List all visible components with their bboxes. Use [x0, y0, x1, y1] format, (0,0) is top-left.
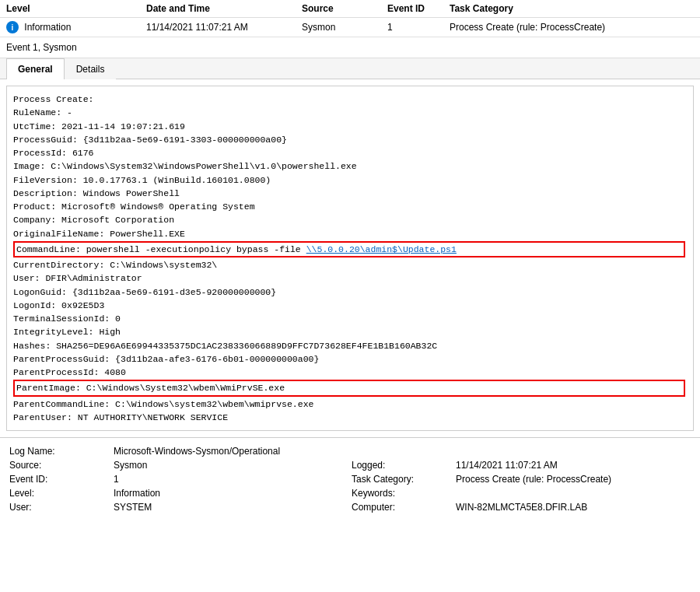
event-title-bar: Event 1, Sysmon — [0, 37, 700, 58]
detail-line: ParentCommandLine: C:\Windows\system32\w… — [13, 398, 687, 411]
detail-line: User: DFIR\Administrator — [13, 271, 687, 285]
detail-line: IntegrityLevel: High — [13, 325, 687, 338]
col-header-taskcategory: Task Category — [450, 3, 694, 14]
event-row[interactable]: i Information 11/14/2021 11:07:21 AM Sys… — [0, 18, 700, 37]
info-icon: i — [6, 21, 19, 33]
logged-label: Logged: — [352, 460, 453, 471]
detail-line: TerminalSessionId: 0 — [13, 312, 687, 325]
keywords-value — [456, 488, 691, 499]
computer-value: WIN-82MLMCTA5E8.DFIR.LAB — [456, 502, 691, 513]
detail-line: ParentUser: NT AUTHORITY\NETWORK SERVICE — [13, 411, 687, 424]
keywords-label: Keywords: — [352, 488, 453, 499]
log-name-label: Log Name: — [9, 446, 110, 457]
event-title-text: Event 1, Sysmon — [6, 42, 77, 53]
tab-details[interactable]: Details — [65, 58, 117, 79]
eventid-label: Event ID: — [9, 474, 110, 485]
detail-line: ParentProcessGuid: {3d11b2aa-afe3-6176-6… — [13, 352, 687, 366]
main-window: Level Date and Time Source Event ID Task… — [0, 0, 700, 592]
event-source-cell: Sysmon — [302, 22, 387, 33]
detail-line: FileVersion: 10.0.17763.1 (WinBuild.1601… — [13, 173, 687, 187]
source-value: Sysmon — [114, 460, 348, 471]
detail-line: CommandLine: powershell -executionpolicy… — [13, 240, 687, 258]
highlighted-detail-line: CommandLine: powershell -executionpolicy… — [13, 241, 685, 257]
detail-line: ProcessGuid: {3d11b2aa-5e69-6191-3303-00… — [13, 133, 687, 146]
logged-value: 11/14/2021 11:07:21 AM — [456, 460, 691, 471]
detail-line: OriginalFileName: PowerShell.EXE — [13, 227, 687, 240]
detail-line: Process Create: — [13, 93, 687, 106]
event-datetime-cell: 11/14/2021 11:07:21 AM — [146, 22, 302, 33]
detail-line: LogonId: 0x92E5D3 — [13, 299, 687, 312]
user-label: User: — [9, 502, 110, 513]
event-id-cell: 1 — [387, 22, 450, 33]
event-taskcategory-cell: Process Create (rule: ProcessCreate) — [450, 22, 694, 33]
metadata-section: Log Name: Microsoft-Windows-Sysmon/Opera… — [0, 437, 700, 520]
col-header-datetime: Date and Time — [146, 3, 302, 14]
col-header-level: Level — [6, 3, 146, 14]
column-headers: Level Date and Time Source Event ID Task… — [0, 0, 700, 18]
col-header-eventid: Event ID — [387, 3, 450, 14]
user-value: SYSTEM — [114, 502, 348, 513]
taskcategory-value: Process Create (rule: ProcessCreate) — [456, 474, 691, 485]
detail-line: ParentProcessId: 4080 — [13, 366, 687, 379]
detail-line: Image: C:\Windows\System32\WindowsPowerS… — [13, 159, 687, 173]
log-name-value: Microsoft-Windows-Sysmon/Operational — [114, 446, 691, 457]
event-detail-box: Process Create:RuleName: -UtcTime: 2021-… — [6, 86, 694, 431]
col-header-source: Source — [302, 3, 387, 14]
level-label: Level: — [9, 488, 110, 499]
level-value: Information — [114, 488, 348, 499]
main-content: Process Create:RuleName: -UtcTime: 2021-… — [0, 86, 700, 431]
detail-line: LogonGuid: {3d11b2aa-5e69-6191-d3e5-9200… — [13, 285, 687, 299]
detail-line: ParentImage: C:\Windows\System32\wbem\Wm… — [13, 379, 687, 397]
highlighted-detail-line: ParentImage: C:\Windows\System32\wbem\Wm… — [13, 380, 685, 396]
event-level-text: Information — [24, 22, 71, 33]
event-level-cell: i Information — [6, 21, 146, 33]
detail-line: CurrentDirectory: C:\Windows\system32\ — [13, 258, 687, 271]
unc-path-link[interactable]: \\5.0.0.20\admin$\Update.ps1 — [306, 244, 457, 254]
detail-line: ProcessId: 6176 — [13, 146, 687, 159]
tabs-bar: General Details — [0, 58, 700, 79]
detail-line: Company: Microsoft Corporation — [13, 213, 687, 226]
detail-line: Hashes: SHA256=DE96A6E69944335375DC1AC23… — [13, 339, 687, 352]
eventid-value: 1 — [114, 474, 348, 485]
detail-line: RuleName: - — [13, 106, 687, 119]
tab-general[interactable]: General — [6, 58, 65, 79]
computer-label: Computer: — [352, 502, 453, 513]
detail-line: UtcTime: 2021-11-14 19:07:21.619 — [13, 120, 687, 133]
detail-line: Description: Windows PowerShell — [13, 187, 687, 200]
taskcategory-label: Task Category: — [352, 474, 453, 485]
detail-line: Product: Microsoft® Windows® Operating S… — [13, 200, 687, 213]
source-label: Source: — [9, 460, 110, 471]
